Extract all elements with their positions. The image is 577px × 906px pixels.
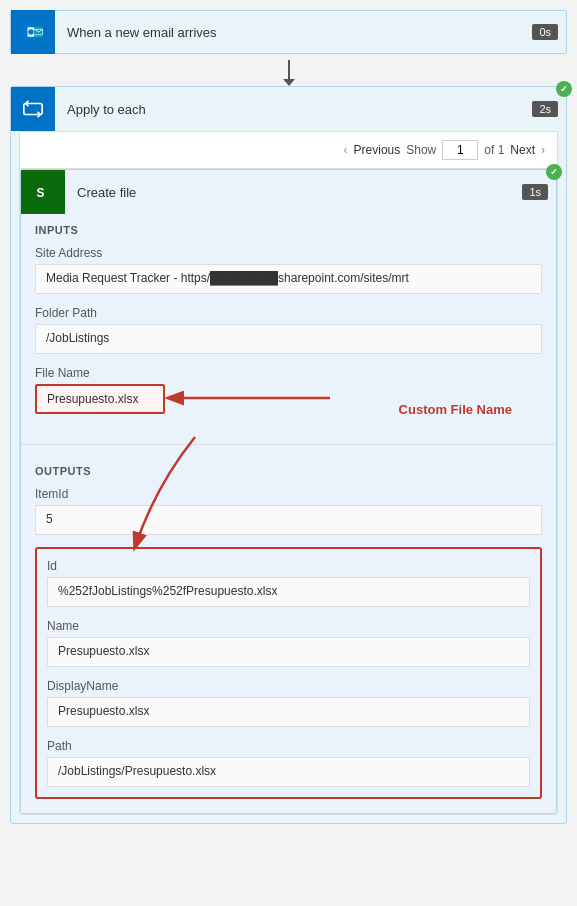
svg-point-2 bbox=[28, 29, 34, 35]
loop-header: Apply to each 2s bbox=[11, 87, 566, 131]
loop-inner: ‹ Previous Show of 1 Next › S bbox=[19, 131, 558, 815]
trigger-title: When a new email arrives bbox=[55, 25, 532, 40]
file-name-label: File Name bbox=[35, 366, 542, 380]
trigger-block[interactable]: When a new email arrives 0s bbox=[10, 10, 567, 54]
arrow-to-filename bbox=[155, 380, 355, 420]
action-header: S Create file 1s bbox=[21, 170, 556, 214]
loop-title: Apply to each bbox=[55, 102, 532, 117]
site-address-group: Site Address Media Request Tracker - htt… bbox=[35, 246, 542, 294]
outputs-highlight-box: Id %252fJobListings%252fPresupuesto.xlsx… bbox=[35, 547, 542, 799]
folder-path-label: Folder Path bbox=[35, 306, 542, 320]
prev-button[interactable]: Previous bbox=[354, 143, 401, 157]
site-address-label: Site Address bbox=[35, 246, 542, 260]
pagination-bar: ‹ Previous Show of 1 Next › bbox=[20, 132, 557, 169]
id-label: Id bbox=[47, 559, 530, 573]
loop-badge: 2s bbox=[532, 101, 558, 117]
path-label: Path bbox=[47, 739, 530, 753]
id-group: Id %252fJobListings%252fPresupuesto.xlsx bbox=[47, 559, 530, 607]
path-group: Path /JobListings/Presupuesto.xlsx bbox=[47, 739, 530, 787]
trigger-badge: 0s bbox=[532, 24, 558, 40]
item-id-group: ItemId 5 bbox=[35, 487, 542, 535]
page-number-input[interactable] bbox=[442, 140, 478, 160]
sharepoint-icon: S bbox=[32, 181, 54, 203]
name-group: Name Presupuesto.xlsx bbox=[47, 619, 530, 667]
prev-chevron-icon: ‹ bbox=[344, 143, 348, 157]
create-file-action[interactable]: S Create file 1s INPUTS Site Address Med… bbox=[20, 169, 557, 814]
outlook-icon bbox=[22, 21, 44, 43]
next-button[interactable]: Next bbox=[510, 143, 535, 157]
loop-icon-box bbox=[11, 87, 55, 131]
outlook-icon-box bbox=[11, 10, 55, 54]
sharepoint-icon-box: S bbox=[21, 170, 65, 214]
folder-path-value: /JobListings bbox=[35, 324, 542, 354]
name-label: Name bbox=[47, 619, 530, 633]
custom-filename-annotation: Custom File Name bbox=[399, 402, 512, 417]
path-value: /JobListings/Presupuesto.xlsx bbox=[47, 757, 530, 787]
file-name-value: Presupuesto.xlsx bbox=[35, 384, 165, 414]
inputs-label: INPUTS bbox=[35, 224, 542, 236]
folder-path-group: Folder Path /JobListings bbox=[35, 306, 542, 354]
action-badge: 1s bbox=[522, 184, 548, 200]
page-container: When a new email arrives 0s Apply to eac… bbox=[0, 0, 577, 844]
highlighted-outputs-container: Id %252fJobListings%252fPresupuesto.xlsx… bbox=[35, 547, 542, 799]
loop-success-indicator bbox=[556, 81, 572, 97]
show-label: Show bbox=[406, 143, 436, 157]
item-id-value: 5 bbox=[35, 505, 542, 535]
inputs-section: INPUTS Site Address Media Request Tracke… bbox=[21, 214, 556, 440]
name-value: Presupuesto.xlsx bbox=[47, 637, 530, 667]
loop-icon bbox=[22, 98, 44, 120]
next-chevron-icon: › bbox=[541, 143, 545, 157]
outputs-label: OUTPUTS bbox=[35, 465, 542, 477]
display-name-value: Presupuesto.xlsx bbox=[47, 697, 530, 727]
site-address-value: Media Request Tracker - https/████████sh… bbox=[35, 264, 542, 294]
display-name-label: DisplayName bbox=[47, 679, 530, 693]
loop-block[interactable]: Apply to each 2s ‹ Previous Show of 1 Ne… bbox=[10, 86, 567, 824]
action-success-indicator bbox=[546, 164, 562, 180]
of-label: of 1 bbox=[484, 143, 504, 157]
action-title: Create file bbox=[65, 185, 522, 200]
arrow-down-1 bbox=[288, 60, 290, 80]
outputs-section: OUTPUTS ItemId 5 bbox=[21, 455, 556, 813]
id-value: %252fJobListings%252fPresupuesto.xlsx bbox=[47, 577, 530, 607]
arrow-connector-1 bbox=[10, 54, 567, 86]
file-name-group: File Name Presupuesto.xlsx bbox=[35, 366, 542, 414]
item-id-label: ItemId bbox=[35, 487, 542, 501]
svg-text:S: S bbox=[37, 186, 45, 200]
display-name-group: DisplayName Presupuesto.xlsx bbox=[47, 679, 530, 727]
